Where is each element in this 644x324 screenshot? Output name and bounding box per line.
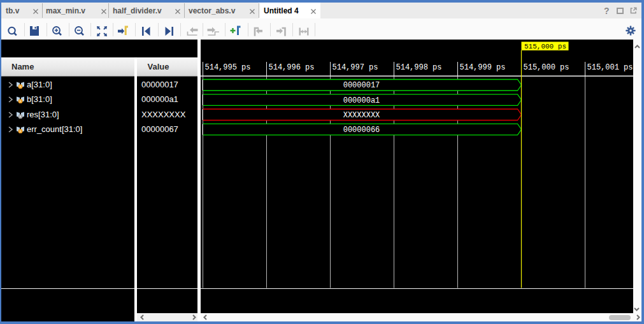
svg-text:515,000 ps: 515,000 ps [524, 43, 566, 50]
svg-text:XXXXXXXX: XXXXXXXX [343, 111, 380, 120]
svg-text:514,999 ps: 514,999 ps [459, 63, 505, 72]
svg-text:514,997 ps: 514,997 ps [332, 63, 378, 72]
svg-text:515,001 ps: 515,001 ps [587, 63, 633, 72]
svg-text:514,996 ps: 514,996 ps [268, 63, 314, 72]
svg-text:514,995 ps: 514,995 ps [204, 63, 250, 72]
svg-text:515,000 ps: 515,000 ps [523, 63, 569, 72]
svg-text:514,998 ps: 514,998 ps [396, 63, 441, 72]
svg-text:00000017: 00000017 [343, 81, 380, 90]
svg-text:00000066: 00000066 [343, 126, 380, 135]
svg-text:000000a1: 000000a1 [343, 96, 380, 105]
